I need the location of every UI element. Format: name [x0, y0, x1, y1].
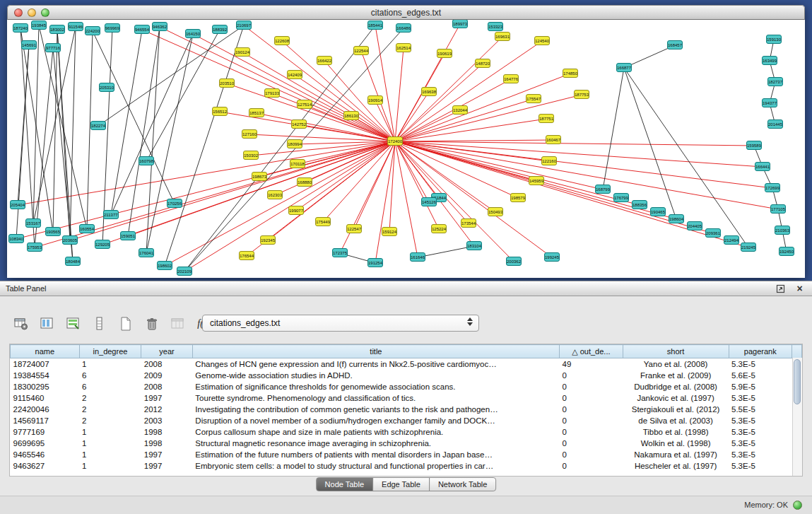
network-node[interactable]: 12254715: [346, 224, 362, 233]
tab-node-table[interactable]: Node Table: [316, 477, 373, 491]
table-row[interactable]: 1456911722003Disruption of a novel membe…: [11, 415, 802, 426]
network-node[interactable]: 20144513: [767, 119, 783, 129]
table-row[interactable]: 946362711997Embryonic stem cells: a mode…: [11, 460, 802, 472]
network-node[interactable]: 9463627: [152, 22, 167, 31]
network-node[interactable]: 21069712: [236, 21, 252, 30]
network-node[interactable]: 20351013: [219, 78, 235, 88]
column-header[interactable]: name: [11, 345, 80, 358]
network-node[interactable]: 15049312: [488, 207, 503, 216]
table-row[interactable]: 2242004622012Investigating the contribut…: [11, 404, 802, 415]
network-node[interactable]: 18048431: [65, 257, 81, 266]
network-node[interactable]: 17025612: [167, 199, 182, 208]
edit-rows-icon[interactable]: [64, 314, 83, 334]
network-node[interactable]: 15958914: [746, 141, 762, 150]
network-node[interactable]: 22420046: [85, 26, 100, 35]
network-node[interactable]: 19907713: [288, 206, 304, 215]
network-node[interactable]: 14240915: [287, 70, 302, 79]
network-node[interactable]: 20036215: [506, 257, 522, 266]
network-node[interactable]: 19061918: [437, 49, 452, 58]
scrollbar-thumb[interactable]: [794, 359, 801, 404]
network-node[interactable]: 19860412: [669, 214, 684, 223]
network-node[interactable]: 19091413: [367, 95, 383, 105]
network-node[interactable]: 16055413: [79, 224, 95, 233]
network-node[interactable]: 18310412: [466, 241, 482, 250]
network-node[interactable]: 19860216: [157, 261, 172, 270]
network-node[interactable]: 17554713: [526, 94, 541, 103]
network-node[interactable]: 18513712: [249, 108, 264, 117]
network-canvas[interactable]: 1872400719384554183002959115460224200461…: [8, 20, 804, 277]
network-node[interactable]: 19437713: [762, 98, 777, 107]
network-node[interactable]: 10834021: [8, 234, 24, 243]
network-node[interactable]: 20440515: [687, 221, 702, 230]
network-node[interactable]: 18300295: [49, 25, 65, 34]
network-node[interactable]: 14512613: [421, 197, 437, 206]
network-node[interactable]: 15030212: [243, 151, 259, 160]
delete-icon[interactable]: [142, 314, 162, 334]
network-node[interactable]: 20531014: [99, 83, 114, 92]
network-node[interactable]: 20936113: [705, 228, 721, 238]
network-node[interactable]: 14872014: [475, 59, 490, 68]
network-node[interactable]: 17679918: [613, 193, 629, 202]
network-node[interactable]: 19012413: [235, 47, 250, 57]
network-node[interactable]: 15316712: [25, 218, 41, 228]
network-node[interactable]: 14569117: [21, 40, 37, 49]
network-node[interactable]: 18839224: [212, 25, 228, 34]
table-selector-dropdown[interactable]: citations_edges.txt: [202, 315, 479, 332]
table-row[interactable]: 911546021997Tourette syndrome. Phenomeno…: [11, 392, 802, 404]
network-node[interactable]: 15332314: [488, 22, 503, 31]
network-node[interactable]: 16642213: [317, 56, 332, 65]
network-node[interactable]: 16963812: [421, 87, 437, 96]
network-node[interactable]: 17710514: [770, 204, 786, 214]
network-node[interactable]: 15651212: [212, 107, 228, 116]
network-node[interactable]: 20540412: [10, 200, 25, 209]
network-node[interactable]: 9465546: [134, 25, 150, 34]
table-row[interactable]: 1872400712008Changes of HCN gene express…: [11, 358, 802, 370]
network-node[interactable]: 19867313: [252, 172, 267, 181]
network-node[interactable]: 16477612: [503, 74, 519, 83]
network-node[interactable]: 16963114: [495, 32, 510, 41]
network-node[interactable]: 19125417: [367, 258, 383, 267]
network-node[interactable]: 12920506: [95, 240, 110, 249]
network-node[interactable]: 19234502: [260, 235, 276, 245]
column-header[interactable]: year: [141, 345, 193, 358]
network-node[interactable]: 12254419: [353, 46, 369, 55]
network-node[interactable]: 16079812: [139, 156, 154, 165]
network-node[interactable]: 21137713: [103, 210, 119, 219]
network-node[interactable]: 17237513: [332, 248, 348, 257]
network-node[interactable]: 9777169: [45, 43, 61, 52]
network-node[interactable]: 15912413: [382, 227, 397, 236]
table-row[interactable]: 1938455462009Genome-wide association stu…: [11, 370, 802, 381]
network-node[interactable]: 16845794: [667, 40, 683, 49]
network-node[interactable]: 16164615: [410, 252, 425, 262]
network-node[interactable]: 18775113: [539, 114, 554, 123]
new-file-icon[interactable]: [116, 314, 136, 334]
network-node[interactable]: 19056548: [45, 227, 61, 236]
network-window[interactable]: citations_edges.txt 18724007193845541830…: [7, 5, 805, 278]
table-settings-icon[interactable]: [11, 314, 31, 334]
network-node[interactable]: 16251453: [396, 43, 411, 52]
network-node[interactable]: 15913012: [766, 35, 782, 44]
column-header[interactable]: title: [192, 345, 559, 358]
table-row[interactable]: 969969511998Structural magnetic resonanc…: [11, 438, 802, 449]
network-node[interactable]: 17269915: [765, 183, 780, 192]
network-node[interactable]: 14595912: [529, 176, 544, 185]
network-node[interactable]: 17240072: [387, 136, 403, 146]
network-node[interactable]: 16648613: [396, 23, 411, 33]
close-panel-icon[interactable]: ×: [794, 284, 805, 294]
network-node[interactable]: 15905132: [120, 231, 136, 240]
network-node[interactable]: 12216013: [541, 156, 557, 165]
tab-network-table[interactable]: Network Table: [429, 477, 497, 491]
network-node[interactable]: 17011814: [290, 159, 305, 168]
column-header[interactable]: in_degree: [79, 345, 141, 358]
network-node[interactable]: 19384554: [31, 21, 47, 30]
table-row[interactable]: 977716911998Corpus callosum shape and si…: [11, 426, 802, 438]
network-node[interactable]: 9699695: [105, 23, 120, 33]
zoom-window-button[interactable]: [41, 8, 49, 17]
network-node[interactable]: 17485083: [563, 69, 578, 78]
network-node[interactable]: 21924502: [741, 243, 756, 252]
network-node[interactable]: 20210914: [177, 267, 192, 276]
network-node[interactable]: 16644113: [755, 162, 770, 171]
table-row[interactable]: 1830029562008Estimation of significance …: [11, 381, 802, 392]
column-header[interactable]: short: [623, 345, 729, 358]
network-node[interactable]: 18835614: [632, 200, 647, 209]
